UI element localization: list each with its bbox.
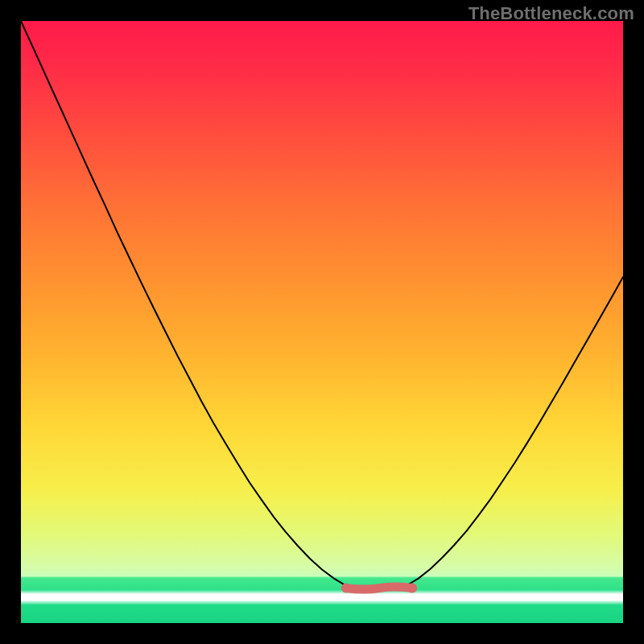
plot-area (21, 21, 623, 623)
watermark: TheBottleneck.com (469, 3, 634, 24)
svg-point-1 (341, 584, 351, 593)
bottleneck-curve (21, 21, 623, 623)
chart-frame: TheBottleneck.com (0, 0, 644, 644)
svg-point-2 (407, 584, 417, 593)
